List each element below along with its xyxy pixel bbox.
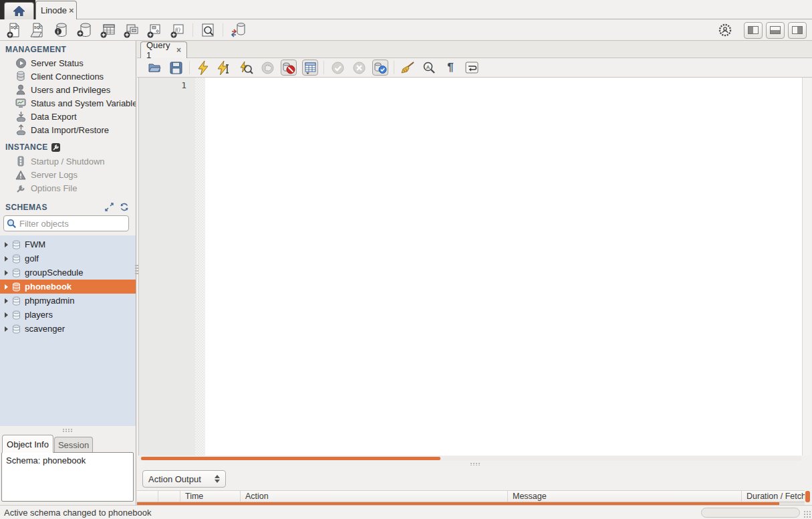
- column-time[interactable]: Time: [180, 491, 241, 502]
- column-index[interactable]: [158, 491, 180, 502]
- search-table-data-button[interactable]: [199, 21, 217, 39]
- expander-icon[interactable]: [5, 326, 8, 332]
- toggle-bottom-panel-button[interactable]: [766, 22, 785, 39]
- refresh-schemas-icon[interactable]: [120, 203, 129, 211]
- management-section-header: MANAGEMENT: [5, 45, 66, 54]
- beautify-button[interactable]: [400, 60, 416, 76]
- schema-name: phpmyadmin: [25, 296, 74, 306]
- schema-row-players[interactable]: players: [0, 308, 136, 322]
- query-tab-label: Query 1: [146, 40, 174, 60]
- window-resize-grip[interactable]: [803, 510, 811, 518]
- expand-schemas-icon[interactable]: [105, 203, 114, 211]
- close-query-tab-icon[interactable]: ×: [176, 45, 181, 55]
- sidebar-item-data-export[interactable]: Data Export: [0, 110, 136, 123]
- limit-rows-button[interactable]: [302, 60, 318, 76]
- scrollbar-thumb[interactable]: [141, 457, 440, 460]
- execute-current-statement-button[interactable]: [217, 60, 233, 76]
- toggle-right-panel-button[interactable]: [788, 22, 807, 39]
- sidebar-item-server-logs[interactable]: Server Logs: [0, 168, 136, 181]
- editor-vertical-scrollbar[interactable]: [802, 78, 811, 455]
- column-action[interactable]: Action: [241, 491, 508, 502]
- toolbar-separator: [223, 23, 223, 37]
- schema-name: scavenger: [25, 324, 65, 334]
- sidebar-item-startup-shutdown[interactable]: Startup / Shutdown: [0, 154, 136, 168]
- schema-row-phpmyadmin[interactable]: phpmyadmin: [0, 294, 136, 308]
- open-script-button[interactable]: [146, 60, 162, 76]
- create-function-button[interactable]: f(): [169, 21, 186, 39]
- sidebar: MANAGEMENT Server Status Client Connecti…: [0, 41, 136, 505]
- output-vertical-scrollbar-thumb[interactable]: [805, 491, 810, 502]
- toolbar-separator: [189, 61, 190, 74]
- commit-button[interactable]: [329, 60, 346, 76]
- save-script-button[interactable]: [168, 60, 184, 76]
- schema-row-fwm[interactable]: FWM: [0, 237, 136, 251]
- svg-text:A: A: [426, 64, 430, 70]
- create-table-button[interactable]: [99, 21, 116, 39]
- sidebar-item-label: Startup / Shutdown: [31, 157, 105, 167]
- sidebar-item-server-status[interactable]: Server Status: [0, 56, 136, 70]
- expander-icon[interactable]: [5, 312, 8, 318]
- show-invisibles-button[interactable]: ¶: [442, 60, 458, 76]
- column-icon[interactable]: [137, 491, 158, 502]
- column-duration[interactable]: Duration / Fetch: [742, 491, 805, 502]
- sidebar-item-data-import[interactable]: Data Import/Restore: [0, 123, 136, 136]
- sidebar-item-label: Data Export: [31, 112, 77, 122]
- schema-row-groupschedule[interactable]: groupSchedule: [0, 266, 136, 280]
- rollback-button[interactable]: [351, 60, 367, 76]
- admin-gear-icon[interactable]: [716, 21, 734, 39]
- sidebar-item-options-file[interactable]: Options File: [0, 181, 136, 195]
- find-button[interactable]: A: [421, 60, 437, 76]
- toggle-wrap-button[interactable]: [464, 60, 480, 76]
- toggle-autocommit-button[interactable]: [372, 60, 388, 76]
- create-procedure-button[interactable]: [146, 21, 163, 39]
- stop-button[interactable]: [259, 60, 275, 76]
- sidebar-splitter-handle[interactable]: [63, 429, 72, 432]
- column-message[interactable]: Message: [508, 491, 742, 502]
- expander-icon[interactable]: [5, 270, 8, 276]
- explain-button[interactable]: [238, 60, 254, 76]
- data-import-export-button[interactable]: [229, 21, 247, 39]
- expander-icon[interactable]: [5, 298, 8, 304]
- create-view-button[interactable]: [122, 21, 140, 39]
- new-sql-tab-button[interactable]: SQL: [5, 21, 23, 39]
- editor-horizontal-scrollbar[interactable]: [139, 456, 801, 461]
- query-tab-1[interactable]: Query 1 ×: [140, 41, 187, 58]
- open-sql-script-button[interactable]: SQL: [29, 21, 46, 39]
- expander-icon[interactable]: [5, 284, 8, 290]
- sidebar-item-label: Server Logs: [31, 170, 78, 180]
- sql-editor[interactable]: 1: [138, 78, 811, 455]
- connection-tab-label: Linode: [41, 5, 67, 15]
- connection-tab-linode[interactable]: Linode ×: [35, 1, 77, 19]
- tab-session[interactable]: Session: [54, 437, 93, 453]
- schema-row-scavenger[interactable]: scavenger: [0, 322, 136, 336]
- schema-name: players: [25, 310, 53, 320]
- tab-object-info[interactable]: Object Info: [2, 435, 53, 453]
- svg-text:f(): f(): [175, 27, 180, 33]
- query-tabstrip: Query 1 ×: [137, 41, 812, 58]
- expander-icon[interactable]: [5, 256, 8, 262]
- schema-filter-box: [3, 215, 129, 231]
- home-tab[interactable]: [4, 2, 34, 19]
- create-schema-button[interactable]: [76, 21, 93, 39]
- toggle-left-panel-button[interactable]: [744, 22, 763, 39]
- client-connections-icon: [15, 71, 26, 82]
- schema-row-phonebook[interactable]: phonebook: [0, 280, 136, 294]
- svg-text:SQL: SQL: [34, 25, 42, 29]
- sidebar-item-client-connections[interactable]: Client Connections: [0, 70, 136, 83]
- schema-filter-input[interactable]: [19, 219, 126, 229]
- output-selector[interactable]: Action Output: [142, 470, 226, 488]
- schema-icon: [12, 324, 21, 334]
- schema-icon: [12, 310, 21, 320]
- schema-row-golf[interactable]: golf: [0, 251, 136, 266]
- sidebar-item-system-variables[interactable]: Status and System Variables: [0, 96, 136, 110]
- schemas-title: SCHEMAS: [5, 203, 47, 212]
- server-info-button[interactable]: i: [52, 21, 70, 39]
- toolbar-separator: [192, 23, 193, 37]
- toggle-stop-on-error-button[interactable]: [281, 60, 297, 76]
- execute-button[interactable]: [195, 60, 211, 76]
- schema-icon: [12, 296, 21, 306]
- line-number-gutter: 1: [139, 78, 195, 455]
- expander-icon[interactable]: [5, 242, 8, 247]
- sidebar-item-users-privileges[interactable]: Users and Privileges: [0, 83, 136, 96]
- close-tab-icon[interactable]: ×: [69, 5, 74, 15]
